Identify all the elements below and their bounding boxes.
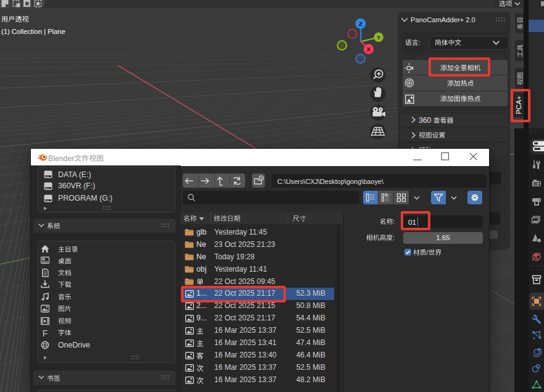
svg-text:F: F (43, 328, 48, 337)
svg-text:Y: Y (377, 34, 381, 41)
svg-text:360: 360 (419, 115, 432, 124)
svg-text:Blender: Blender (48, 154, 74, 162)
svg-text::: : (393, 218, 395, 225)
svg-text:X: X (367, 46, 371, 52)
svg-text:Z: Z (359, 20, 362, 27)
svg-text::: : (419, 39, 421, 46)
svg-text:/: / (426, 249, 428, 256)
svg-text::: : (393, 233, 395, 241)
